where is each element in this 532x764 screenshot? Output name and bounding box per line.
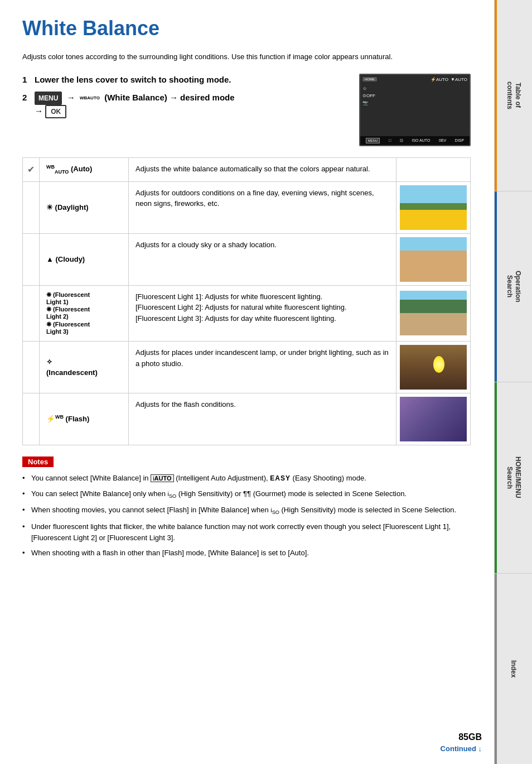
sidebar-tab-toc[interactable]: Table ofcontents xyxy=(494,0,532,191)
row-icon-incand: ✧(Incandescent) xyxy=(40,342,129,393)
cam-bottom-bar: MENU □ ⊡ ISO AUTO 0EV DISP xyxy=(360,136,470,145)
row-check-daylight xyxy=(23,181,40,233)
photo-building-img xyxy=(400,237,467,282)
page-title: White Balance xyxy=(22,17,471,40)
row-desc-auto: Adjusts the white balance automatically … xyxy=(129,157,396,181)
iauto-badge: iAUTO xyxy=(151,474,173,482)
row-photo-fluor xyxy=(396,285,471,341)
photo-lamp-img xyxy=(400,345,467,390)
step-1: 1 Lower the lens cover to switch to shoo… xyxy=(22,74,348,87)
cam-left-icon-3: 📷 xyxy=(362,100,375,105)
cam-bottom-0ev: 0EV xyxy=(439,138,446,142)
sidebar-tab-operation[interactable]: OperationSearch xyxy=(494,191,532,383)
wb-table: ✔ WBAUTO (Auto) Adjusts the white balanc… xyxy=(22,157,471,446)
wb-auto-badge: WBAUTO xyxy=(80,95,100,102)
tab-highlight-home xyxy=(495,382,497,573)
row-icon-daylight: ☀ (Daylight) xyxy=(40,181,129,233)
camera-screen: HOME ⚡AUTO ▼AUTO ☺ ⊙OFF 📷 MENU □ ⊡ ISO A… xyxy=(359,74,471,146)
table-row: ☀ (Daylight) Adjusts for outdoors condit… xyxy=(23,181,471,233)
notes-badge: Notes xyxy=(22,457,54,467)
photo-flash-img xyxy=(400,397,467,441)
daylight-label: ☀ (Daylight) xyxy=(46,203,89,212)
tab-highlight-toc xyxy=(495,0,497,191)
row-desc-incand: Adjusts for places under incandescent la… xyxy=(129,342,396,393)
cam-icon-1: ⚡AUTO xyxy=(431,77,448,82)
step-1-text: Lower the lens cover to switch to shooti… xyxy=(35,74,231,87)
fluor-label: ❋ (FluorescentLight 1) ❋ (FluorescentLig… xyxy=(46,291,122,335)
row-desc-daylight: Adjusts for outdoors conditions on a fin… xyxy=(129,181,396,233)
cam-bottom-disp: DISP xyxy=(455,138,464,142)
notes-section: Notes You cannot select [White Balance] … xyxy=(22,457,471,559)
cam-left-icon-2: ⊙OFF xyxy=(362,93,375,98)
row-photo-cloudy xyxy=(396,233,471,285)
step-2-text: MENU → WBAUTO (White Balance) → desired … xyxy=(35,92,235,118)
notes-list: You cannot select [White Balance] in iAU… xyxy=(22,473,471,559)
ok-badge: OK xyxy=(45,105,66,118)
row-photo-auto xyxy=(396,157,471,181)
row-icon-cloudy: ▲ (Cloudy) xyxy=(40,233,129,285)
steps-section: 1 Lower the lens cover to switch to shoo… xyxy=(22,74,471,146)
tab-highlight-op xyxy=(495,191,497,382)
row-check-fluor xyxy=(23,285,40,341)
row-desc-cloudy: Adjusts for a cloudy sky or a shady loca… xyxy=(129,233,396,285)
table-row: ✧(Incandescent) Adjusts for places under… xyxy=(23,342,471,393)
photo-sunflower-img xyxy=(400,185,467,230)
fluor-label-2: ❋ (FluorescentLight 2) xyxy=(46,306,122,320)
table-row: ⚡WB (Flash) Adjusts for the flash condit… xyxy=(23,393,471,445)
menu-badge: MENU xyxy=(35,92,62,105)
cam-left-icon-1: ☺ xyxy=(362,86,375,91)
row-icon-fluor: ❋ (FluorescentLight 1) ❋ (FluorescentLig… xyxy=(40,285,129,341)
footer: 85GB Continued ↓ xyxy=(441,732,482,753)
sidebar-tab-home-label: HOME/MENUSearch xyxy=(505,457,522,498)
note-item: You can select [White Balance] only when… xyxy=(22,488,471,501)
cam-icon-2: ▼AUTO xyxy=(451,77,467,82)
cam-top-icons: ⚡AUTO ▼AUTO xyxy=(362,77,467,82)
row-photo-flash xyxy=(396,393,471,445)
tab-highlight-index xyxy=(495,574,497,765)
flash-label: ⚡WB (Flash) xyxy=(46,415,89,423)
cam-bottom-icon-2: ⊡ xyxy=(400,138,403,143)
sidebar-tab-toc-label: Table ofcontents xyxy=(505,81,522,109)
note-item: Under fluorescent lights that flicker, t… xyxy=(22,521,471,543)
intro-text: Adjusts color tones according to the sur… xyxy=(22,51,471,63)
row-icon-auto: WBAUTO (Auto) xyxy=(40,157,129,181)
sidebar-tab-home[interactable]: HOME/MENUSearch xyxy=(494,382,532,574)
lamp-glow xyxy=(433,356,444,373)
photo-flash xyxy=(400,397,467,441)
wb-auto-label: (Auto) xyxy=(71,165,92,173)
row-check-flash xyxy=(23,393,40,445)
step-2: 2 MENU → WBAUTO (White Balance) → desire… xyxy=(22,92,348,118)
note-item: When shooting movies, you cannot select … xyxy=(22,504,471,517)
row-photo-daylight xyxy=(396,181,471,233)
photo-cloudy xyxy=(400,237,467,282)
table-row: ▲ (Cloudy) Adjusts for a cloudy sky or a… xyxy=(23,233,471,285)
camera-ui: HOME ⚡AUTO ▼AUTO ☺ ⊙OFF 📷 MENU □ ⊡ ISO A… xyxy=(360,75,470,145)
cam-bottom-icon-1: □ xyxy=(389,138,391,142)
check-icon: ✔ xyxy=(27,165,35,174)
cam-left-icons: ☺ ⊙OFF 📷 xyxy=(362,86,375,105)
fluor-label-3: ❋ (FluorescentLight 3) xyxy=(46,321,122,335)
photo-people-img xyxy=(400,291,467,335)
cam-menu-item: MENU xyxy=(366,138,380,143)
sidebar-tab-index[interactable]: Index xyxy=(494,574,532,765)
iso-icon: iSO xyxy=(168,491,177,497)
page-number: 85GB xyxy=(458,732,482,742)
photo-fluor xyxy=(400,291,467,335)
steps-text: 1 Lower the lens cover to switch to shoo… xyxy=(22,74,348,124)
main-content: White Balance Adjusts color tones accord… xyxy=(0,0,493,592)
step-2-num: 2 xyxy=(22,93,30,102)
row-icon-flash: ⚡WB (Flash) xyxy=(40,393,129,445)
row-check-cloudy xyxy=(23,233,40,285)
note-item: When shooting with a flash in other than… xyxy=(22,547,471,559)
table-row: ✔ WBAUTO (Auto) Adjusts the white balanc… xyxy=(23,157,471,181)
incand-label: ✧(Incandescent) xyxy=(46,358,98,377)
wb-auto-icon: WBAUTO xyxy=(46,165,69,173)
row-check-auto: ✔ xyxy=(23,157,40,181)
photo-daylight xyxy=(400,185,467,230)
right-sidebar: Table ofcontents OperationSearch HOME/ME… xyxy=(494,0,532,764)
cam-bottom-iso: ISO AUTO xyxy=(412,138,430,142)
row-desc-fluor: [Fluorescent Light 1]: Adjusts for white… xyxy=(129,285,396,341)
sidebar-tab-index-label: Index xyxy=(509,660,518,677)
photo-incand xyxy=(400,345,467,390)
cam-home-label: HOME xyxy=(362,77,377,81)
